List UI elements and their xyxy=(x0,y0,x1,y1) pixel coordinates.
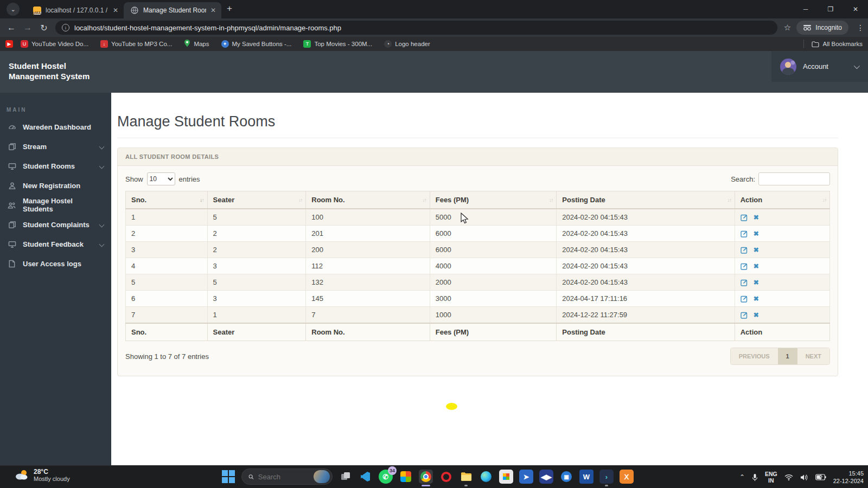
column-header-sno[interactable]: Sno.↓↑ xyxy=(126,191,208,209)
delete-icon[interactable]: ✖ xyxy=(754,279,759,286)
edit-icon[interactable] xyxy=(741,262,748,270)
edit-icon[interactable] xyxy=(741,295,748,303)
page-1-button[interactable]: 1 xyxy=(778,348,797,364)
movies-app-icon[interactable]: ➤ xyxy=(519,470,533,484)
tab-close-icon[interactable]: ✕ xyxy=(210,7,216,14)
tray-expand-icon[interactable]: ⌃ xyxy=(739,473,745,481)
media-player-icon[interactable]: ◀▶ xyxy=(539,470,553,484)
search-highlight-image[interactable] xyxy=(314,470,330,483)
close-window-button[interactable]: ✕ xyxy=(843,5,868,13)
weather-widget[interactable]: 28°C Mostly cloudy xyxy=(14,468,70,482)
opera-icon[interactable] xyxy=(439,470,453,484)
sidebar-item-user-access-logs[interactable]: User Access logs xyxy=(0,254,111,273)
reload-button[interactable]: ↻ xyxy=(36,23,52,33)
minimize-button[interactable]: ─ xyxy=(793,5,818,13)
chrome-icon[interactable] xyxy=(419,470,433,484)
all-bookmarks-button[interactable]: All Bookmarks xyxy=(803,40,863,48)
bookmark-item[interactable]: ✦ My Saved Buttons -... xyxy=(221,40,292,48)
bookmark-item[interactable]: Maps xyxy=(184,40,209,48)
tab-manage-student-rooms[interactable]: Manage Student Rooms ✕ xyxy=(124,2,221,18)
edit-icon[interactable] xyxy=(741,214,748,221)
microsoft-365-icon[interactable] xyxy=(399,470,413,484)
back-button[interactable]: ← xyxy=(3,23,20,33)
start-button[interactable] xyxy=(221,470,235,484)
entries-per-page-select[interactable]: 10 xyxy=(147,172,175,185)
table-row: 5513220002024-02-20 04:15:43 ✖ xyxy=(126,274,830,291)
column-header-date[interactable]: Posting Date↓↑ xyxy=(557,191,735,209)
delete-icon[interactable]: ✖ xyxy=(754,230,759,237)
taskbar-search[interactable] xyxy=(241,468,333,485)
whatsapp-icon[interactable]: ✆34 xyxy=(379,470,393,484)
edit-icon[interactable] xyxy=(741,279,748,286)
sort-icon: ↓↑ xyxy=(200,197,204,203)
file-explorer-icon[interactable] xyxy=(459,470,473,484)
column-header-fees[interactable]: Fees (PM)↓↑ xyxy=(430,191,557,209)
previous-page-button[interactable]: PREVIOUS xyxy=(731,348,778,364)
incognito-badge: Incognito xyxy=(796,21,848,35)
whatsapp-badge: 34 xyxy=(388,466,397,475)
delete-icon[interactable]: ✖ xyxy=(754,262,759,270)
sidebar-item-stream[interactable]: Stream xyxy=(0,137,111,156)
sidebar-item-student-rooms[interactable]: Student Rooms xyxy=(0,156,111,176)
taskbar-search-input[interactable] xyxy=(258,473,309,481)
tab-close-icon[interactable]: ✕ xyxy=(113,7,118,14)
sidebar-item-student-feedback[interactable]: Student Feedback xyxy=(0,234,111,254)
sidebar-item-new-registration[interactable]: New Registration xyxy=(0,176,111,195)
delete-icon[interactable]: ✖ xyxy=(754,246,759,254)
sidebar-item-manage-hostel-students[interactable]: Manage Hostel Students xyxy=(0,195,111,215)
delete-icon[interactable]: ✖ xyxy=(754,214,759,221)
microsoft-store-icon[interactable] xyxy=(499,470,513,484)
tab-phpmyadmin[interactable]: pMA localhost / 127.0.0.1 / hostel | p ✕ xyxy=(26,2,124,18)
xampp-icon[interactable]: ꓫ xyxy=(620,470,634,484)
language-indicator[interactable]: ENGIN xyxy=(765,471,777,484)
delete-icon[interactable]: ✖ xyxy=(754,295,759,303)
bookmark-star-icon[interactable]: ☆ xyxy=(784,23,791,33)
bookmark-item[interactable]: ↓ YouTube to MP3 Co... xyxy=(100,40,172,48)
edit-icon[interactable] xyxy=(741,311,748,319)
bookmark-item[interactable]: T Top Movies - 300M... xyxy=(303,40,372,48)
browser-menu-button[interactable]: ⋮ xyxy=(853,23,868,32)
folder-icon xyxy=(812,41,819,47)
terminal-icon[interactable]: › xyxy=(599,470,614,484)
task-view-icon[interactable] xyxy=(339,470,353,484)
sidebar-item-student-complaints[interactable]: Student Complaints xyxy=(0,215,111,234)
word-icon[interactable]: W xyxy=(579,470,593,484)
tab-search-button[interactable]: ⌄ xyxy=(7,3,20,16)
next-page-button[interactable]: NEXT xyxy=(797,348,829,364)
blue-circle-app-icon[interactable]: ▣ xyxy=(559,470,573,484)
table-row: 3220060002024-02-20 04:15:43 ✖ xyxy=(126,242,830,258)
click-highlight xyxy=(446,403,457,410)
forward-button[interactable]: → xyxy=(20,23,36,33)
delete-icon[interactable]: ✖ xyxy=(754,311,759,319)
vscode-icon[interactable] xyxy=(359,470,373,484)
column-header-seater[interactable]: Seater↓↑ xyxy=(207,191,306,209)
edge-icon[interactable] xyxy=(479,470,493,484)
address-bar[interactable]: i localhost/student-hostel-management-sy… xyxy=(55,21,777,35)
edit-icon[interactable] xyxy=(741,230,748,237)
restore-button[interactable]: ❐ xyxy=(818,5,843,13)
weather-temp: 28°C xyxy=(34,468,70,476)
battery-icon[interactable] xyxy=(815,474,826,480)
edit-icon[interactable] xyxy=(741,246,748,254)
room-details-panel: ALL STUDENT ROOM DETAILS Show 10 entries… xyxy=(117,147,838,376)
table-search-input[interactable] xyxy=(758,172,830,185)
new-tab-button[interactable]: + xyxy=(227,3,232,14)
microphone-icon[interactable] xyxy=(752,473,758,481)
table-header-row: Sno.↓↑ Seater↓↑ Room No.↓↑ Fees (PM)↓↑ P… xyxy=(126,191,830,209)
clock[interactable]: 15:45 22-12-2024 xyxy=(833,470,864,485)
site-info-icon[interactable]: i xyxy=(62,24,69,31)
sidebar-item-wareden-dashboard[interactable]: Wareden Dashboard xyxy=(0,117,111,137)
bookmark-item[interactable]: ▶ xyxy=(5,40,13,48)
wifi-icon[interactable] xyxy=(784,474,793,480)
maps-pin-icon xyxy=(184,40,190,48)
bookmark-item[interactable]: ◔ Logo header xyxy=(384,40,430,48)
account-menu[interactable]: Account xyxy=(771,51,868,82)
bookmark-item[interactable]: U YouTube Video Do... xyxy=(21,40,88,48)
globe-dark-icon: ◔ xyxy=(384,40,392,48)
table-row: 6314530002024-04-17 17:11:16 ✖ xyxy=(126,291,830,307)
column-header-action[interactable]: Action↓↑ xyxy=(735,191,829,209)
volume-icon[interactable] xyxy=(800,474,808,481)
column-header-room[interactable]: Room No.↓↑ xyxy=(306,191,430,209)
sidebar: MAIN Wareden Dashboard Stream Student Ro… xyxy=(0,93,111,465)
sort-icon: ↓↑ xyxy=(423,197,426,203)
